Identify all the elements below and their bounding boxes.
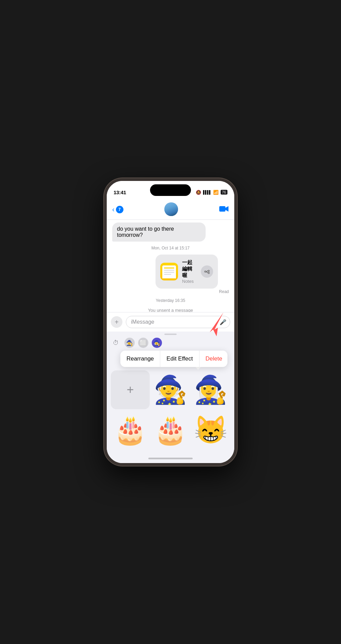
back-button[interactable]: ‹ 7 — [112, 205, 123, 213]
battery-icon: 76 — [221, 190, 227, 195]
notes-subtitle: Notes — [182, 279, 197, 284]
recents-icon[interactable]: ⏱ — [111, 338, 121, 348]
delete-button[interactable]: Delete — [199, 351, 227, 367]
read-label: Read — [155, 289, 229, 294]
input-plus-button[interactable]: + — [111, 316, 122, 328]
notes-icon — [160, 263, 178, 280]
input-placeholder: iMessage — [131, 319, 154, 325]
emoji-category-2[interactable]: ⬜ — [138, 338, 148, 348]
sticker-panel-header: ⏱ 🧙 ⬜ 🧙‍♀️ — [107, 336, 234, 351]
message-bubble-incoming: do you want to go there tomorrow? — [112, 223, 206, 242]
contact-avatar — [164, 202, 178, 216]
swipe-handle — [164, 334, 177, 335]
sticker-wizard-female[interactable]: 🧙‍♀️ — [191, 370, 230, 409]
timestamp-2: Yesterday 16:35 — [112, 298, 229, 303]
sticker-grid: + 🧙 🧙‍♀️ 🎂 🎂 😸 — [107, 369, 234, 454]
status-bar: 13:41 🔕 ▌▌▌▌ 📶 76 — [107, 181, 234, 199]
rearrange-button[interactable]: Rearrange — [120, 351, 160, 367]
notes-title: 一起編輯喔 — [182, 259, 197, 279]
context-menu: Rearrange Edit Effect Delete — [120, 351, 227, 367]
context-menu-container: Rearrange Edit Effect Delete — [120, 351, 227, 367]
red-arrow-container — [207, 309, 227, 338]
chevron-left-icon: ‹ — [112, 205, 115, 213]
add-sticker-button[interactable]: + — [111, 370, 150, 409]
back-badge[interactable]: 7 — [116, 206, 123, 213]
status-time: 13:41 — [114, 189, 126, 195]
nav-bar: ‹ 7 — [107, 199, 234, 220]
emoji-category-3[interactable]: 🧙‍♀️ — [152, 338, 162, 348]
contact-header[interactable] — [164, 202, 178, 217]
status-icons: 🔕 ▌▌▌▌ 📶 76 — [196, 190, 227, 195]
edit-effect-button[interactable]: Edit Effect — [160, 351, 199, 367]
mute-icon: 🔕 — [196, 190, 201, 195]
wifi-icon: 📶 — [213, 190, 219, 195]
red-arrow-icon — [207, 309, 227, 336]
dynamic-island — [150, 184, 191, 196]
svg-rect-0 — [219, 206, 225, 212]
sticker-birthday-cake-2[interactable]: 🎂 — [151, 411, 190, 449]
sticker-panel-header-area: ⏱ 🧙 ⬜ 🧙‍♀️ Rearrange Edit Effect Delete — [107, 336, 234, 367]
menu-arrow — [195, 367, 201, 370]
sticker-cat[interactable]: 😸 — [191, 411, 230, 449]
notes-card: 一起編輯喔 Notes — [155, 255, 218, 289]
timestamp-1: Mon, Oct 14 at 15:17 — [112, 246, 229, 250]
video-call-button[interactable] — [219, 205, 229, 214]
sticker-birthday-cake-1[interactable]: 🎂 — [111, 411, 150, 449]
phone-frame: 13:41 🔕 ▌▌▌▌ 📶 76 ‹ 7 — [104, 178, 237, 466]
emoji-category-1[interactable]: 🧙 — [124, 338, 135, 348]
notes-info: 一起編輯喔 Notes — [182, 259, 197, 284]
messages-area: do you want to go there tomorrow? Mon, O… — [107, 220, 234, 312]
home-indicator — [107, 454, 234, 463]
home-bar — [148, 458, 193, 459]
notes-message: 一起編輯喔 Notes Read — [155, 255, 229, 294]
notes-share-icon[interactable] — [201, 265, 213, 278]
sticker-wizard-male[interactable]: 🧙 — [151, 370, 190, 409]
phone-screen: 13:41 🔕 ▌▌▌▌ 📶 76 ‹ 7 — [107, 181, 234, 463]
sticker-panel: ⏱ 🧙 ⬜ 🧙‍♀️ Rearrange Edit Effect Delete — [107, 332, 234, 463]
signal-icon: ▌▌▌▌ — [203, 190, 211, 194]
